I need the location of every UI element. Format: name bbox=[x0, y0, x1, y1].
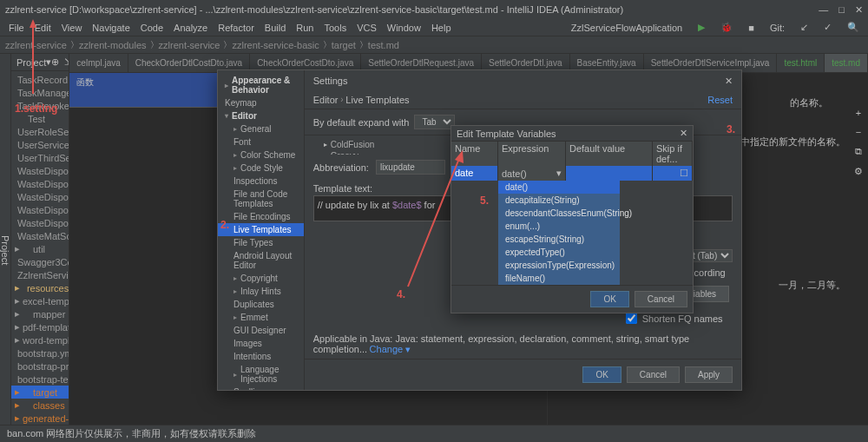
tree-node[interactable]: ZzlrentServiceBasicApplication bbox=[11, 268, 69, 281]
expression-dropdown[interactable]: date()decapitalize(String)descendantClas… bbox=[498, 181, 620, 285]
tree-node[interactable]: ▸ word-templates bbox=[11, 333, 69, 346]
settings-item[interactable]: ▸Inlay Hints bbox=[218, 285, 304, 298]
editor-tab[interactable]: test.md bbox=[825, 54, 868, 73]
popup-ok-button[interactable]: OK bbox=[590, 291, 628, 307]
project-dropdown[interactable]: Project bbox=[16, 57, 46, 68]
settings-item[interactable]: File Types bbox=[218, 236, 304, 249]
dropdown-item[interactable]: enum(...) bbox=[498, 220, 620, 233]
dropdown-item[interactable]: date() bbox=[498, 181, 620, 194]
copy-icon[interactable]: ⧉ bbox=[855, 146, 862, 157]
menu-refactor[interactable]: Refactor bbox=[213, 23, 260, 33]
settings-item[interactable]: Intentions bbox=[218, 350, 304, 363]
menu-code[interactable]: Code bbox=[135, 23, 168, 33]
reset-link[interactable]: Reset bbox=[707, 95, 733, 105]
settings-item[interactable]: Images bbox=[218, 337, 304, 350]
apply-button[interactable]: Apply bbox=[685, 366, 733, 383]
git-pull-icon[interactable]: ↙ bbox=[795, 22, 813, 33]
tree-node[interactable]: bootstrap-prod.yml bbox=[11, 360, 69, 373]
tree-node[interactable]: TaskRecordImpl bbox=[11, 73, 69, 86]
menu-file[interactable]: File bbox=[3, 23, 30, 33]
tree-node[interactable]: ▸ util bbox=[11, 242, 69, 255]
popup-table-row[interactable]: date date()▾ ☐ bbox=[451, 166, 693, 181]
debug-icon[interactable]: 🐞 bbox=[715, 22, 738, 33]
settings-item[interactable]: Font bbox=[218, 135, 304, 148]
tree-node[interactable]: WasteDisposeMasterServiceImpl bbox=[11, 190, 69, 203]
change-link[interactable]: Change ▾ bbox=[370, 344, 411, 354]
settings-item[interactable]: Spelling bbox=[218, 386, 304, 390]
settings-item[interactable]: ▸Color Scheme bbox=[218, 148, 304, 162]
tree-node[interactable]: UserRoleServiceImpl bbox=[11, 125, 69, 138]
menu-help[interactable]: Help bbox=[426, 23, 457, 33]
stop-icon[interactable]: ■ bbox=[743, 23, 760, 33]
crumb[interactable]: zzlrent-modules bbox=[79, 40, 147, 50]
tree-node[interactable]: UserServiceImpl bbox=[11, 138, 69, 151]
menu-navigate[interactable]: Navigate bbox=[87, 23, 135, 33]
tree-node[interactable]: TaskRevokeServiceImpl bbox=[11, 99, 69, 112]
menu-window[interactable]: Window bbox=[382, 23, 426, 33]
dropdown-item[interactable]: fileName() bbox=[498, 272, 620, 285]
project-tool-button[interactable]: Project bbox=[0, 235, 10, 265]
settings-item[interactable]: File and Code Templates bbox=[218, 188, 304, 210]
abbrev-input[interactable] bbox=[376, 160, 445, 175]
settings-item[interactable]: ▸Appearance & Behavior bbox=[218, 74, 304, 96]
dropdown-item[interactable]: decapitalize(String) bbox=[498, 194, 620, 207]
tree-node[interactable]: WasteMatSortServiceImpl bbox=[11, 229, 69, 242]
opt-shorten-check[interactable] bbox=[626, 313, 637, 324]
dropdown-item[interactable]: expectedType() bbox=[498, 246, 620, 259]
project-tree[interactable]: TaskRecordImplTaskManagementServiceImplT… bbox=[11, 71, 69, 442]
tree-node[interactable]: ▸ pdf-templates bbox=[11, 320, 69, 333]
crumb[interactable]: test.md bbox=[368, 40, 399, 50]
tree-node[interactable]: ▸ target bbox=[11, 386, 69, 399]
menu-build[interactable]: Build bbox=[260, 23, 291, 33]
tree-node[interactable]: ▸ excel-templates bbox=[11, 294, 69, 307]
tree-node[interactable]: Swagger3Config bbox=[11, 255, 69, 268]
tree-node[interactable]: TaskManagementServiceImpl bbox=[11, 86, 69, 99]
tree-node[interactable]: WasteDisposePlanDtlServiceImpl bbox=[11, 203, 69, 216]
settings-item[interactable]: Keymap bbox=[218, 96, 304, 109]
tree-node[interactable]: UserThirdServiceImpl bbox=[11, 151, 69, 164]
tree-node[interactable]: Test bbox=[11, 112, 69, 125]
tree-node[interactable]: ▸ classes bbox=[11, 399, 69, 412]
menu-edit[interactable]: Edit bbox=[30, 23, 56, 33]
settings-item[interactable]: ▸Emmet bbox=[218, 311, 304, 324]
editor-tab[interactable]: ceImpl.java bbox=[69, 54, 128, 73]
dropdown-item[interactable]: expressionType(Expression) bbox=[498, 259, 620, 272]
tree-node[interactable]: WasteDisposeDtlAttachServiceImpl bbox=[11, 164, 69, 177]
tree-node[interactable]: WasteDisposeDtlServiceImpl bbox=[11, 177, 69, 190]
crumb[interactable]: zzlrent-service-basic bbox=[232, 40, 319, 50]
dropdown-item[interactable]: descendantClassesEnum(String) bbox=[498, 207, 620, 220]
tree-node[interactable]: bootstrap.yml bbox=[11, 346, 69, 360]
tree-node[interactable]: ▸ mapper bbox=[11, 307, 69, 320]
crumb[interactable]: target bbox=[332, 40, 356, 50]
dropdown-item[interactable]: escapeString(String) bbox=[498, 233, 620, 246]
editor-tab[interactable]: test.html bbox=[777, 54, 825, 73]
menu-analyze[interactable]: Analyze bbox=[168, 23, 213, 33]
settings-item[interactable]: Live Templates bbox=[218, 223, 304, 236]
settings-item[interactable]: File Encodings bbox=[218, 210, 304, 223]
settings-item[interactable]: GUI Designer bbox=[218, 324, 304, 337]
bc-live-templates[interactable]: Live Templates bbox=[345, 95, 409, 105]
settings-item[interactable]: ▸General bbox=[218, 122, 304, 135]
tree-node[interactable]: ▸ generated-sources bbox=[11, 412, 69, 425]
crumb[interactable]: zzlrent-service bbox=[5, 40, 67, 50]
menu-vcs[interactable]: VCS bbox=[352, 23, 382, 33]
run-config-selector[interactable]: ZzlServiceFlowApplication bbox=[566, 23, 687, 33]
settings-tree[interactable]: ▸Appearance & BehaviorKeymap▾Editor▸Gene… bbox=[218, 70, 305, 390]
settings-icon[interactable]: ⚙ bbox=[854, 166, 863, 177]
settings-item[interactable]: Duplicates bbox=[218, 298, 304, 311]
tree-node[interactable]: WasteDisposePlanMasterServiceImpl bbox=[11, 216, 69, 229]
maximize-icon[interactable]: □ bbox=[838, 4, 845, 16]
settings-item[interactable]: Inspections bbox=[218, 175, 304, 188]
minimize-icon[interactable]: — bbox=[819, 4, 828, 16]
close-icon[interactable]: ✕ bbox=[725, 76, 733, 87]
menu-view[interactable]: View bbox=[56, 23, 88, 33]
close-icon[interactable]: ✕ bbox=[680, 128, 687, 139]
tree-node[interactable]: ▸ resources bbox=[11, 281, 69, 294]
ok-button[interactable]: OK bbox=[582, 366, 621, 383]
settings-item[interactable]: ▸Copyright bbox=[218, 272, 304, 285]
git-commit-icon[interactable]: ✓ bbox=[819, 22, 837, 33]
add-icon[interactable]: + bbox=[856, 108, 861, 118]
run-icon[interactable]: ▶ bbox=[693, 22, 710, 33]
settings-item[interactable]: ▾Editor bbox=[218, 109, 304, 122]
search-icon[interactable]: 🔍 bbox=[842, 22, 865, 33]
